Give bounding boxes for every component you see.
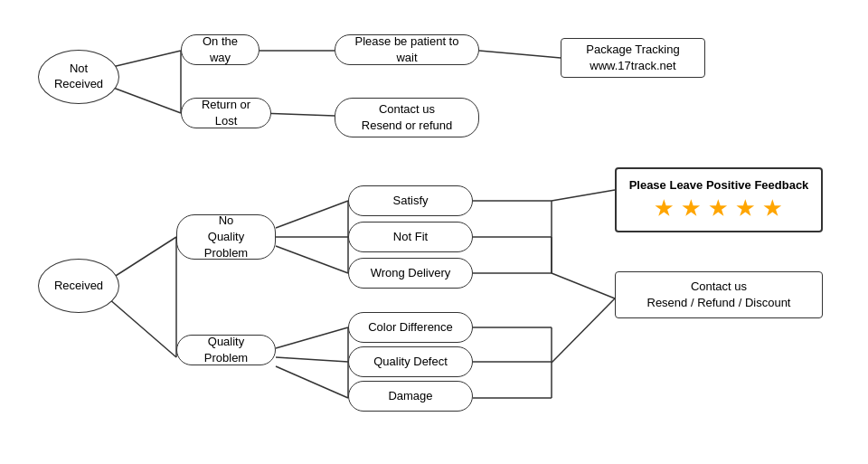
package-tracking-node: Package Trackingwww.17track.net bbox=[561, 38, 705, 78]
damage-node: Damage bbox=[348, 381, 473, 412]
svg-line-7 bbox=[108, 298, 176, 357]
not-fit-node: Not Fit bbox=[348, 222, 473, 252]
svg-line-15 bbox=[276, 366, 348, 398]
svg-line-14 bbox=[276, 357, 348, 362]
on-the-way-node: On the way bbox=[181, 34, 259, 65]
color-difference-node: Color Difference bbox=[348, 312, 473, 343]
stars: ★ ★ ★ ★ ★ bbox=[655, 195, 783, 223]
svg-line-13 bbox=[276, 327, 348, 348]
received-node: Received bbox=[38, 259, 119, 313]
svg-line-0 bbox=[108, 51, 181, 68]
svg-line-6 bbox=[108, 237, 176, 280]
quality-problem-node: Quality Problem bbox=[176, 335, 276, 365]
svg-line-3 bbox=[479, 51, 561, 58]
not-received-node: Not Received bbox=[38, 50, 119, 104]
no-quality-problem-node: NoQuality Problem bbox=[176, 214, 276, 260]
svg-line-28 bbox=[552, 273, 615, 298]
patient-wait-node: Please be patient to wait bbox=[335, 34, 479, 65]
contact-resend-refund-node: Contact usResend or refund bbox=[335, 98, 479, 137]
svg-line-9 bbox=[276, 201, 348, 228]
svg-line-26 bbox=[552, 298, 615, 363]
satisfy-node: Satisfy bbox=[348, 185, 473, 216]
svg-line-1 bbox=[108, 86, 181, 113]
return-or-lost-node: Return or Lost bbox=[181, 98, 271, 128]
quality-defect-node: Quality Defect bbox=[348, 346, 473, 377]
wrong-delivery-node: Wrong Delivery bbox=[348, 258, 473, 289]
feedback-box: Please Leave Positive Feedback ★ ★ ★ ★ ★ bbox=[615, 167, 823, 232]
svg-line-24 bbox=[552, 190, 615, 201]
contact-resend-refund2-node: Contact usResend / Refund / Discount bbox=[615, 271, 823, 318]
svg-line-11 bbox=[276, 246, 348, 273]
